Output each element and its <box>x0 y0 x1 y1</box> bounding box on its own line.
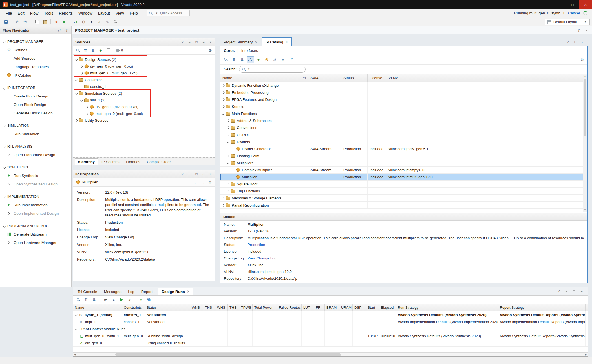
tab-reports[interactable]: Reports <box>138 288 158 295</box>
scroll-down-icon[interactable]: ▼ <box>583 208 587 212</box>
stop-button[interactable]: × <box>53 19 60 25</box>
save-button[interactable] <box>2 19 10 25</box>
hierarchy-view-button[interactable] <box>247 56 254 63</box>
catalog-row-trig-functions[interactable]: Trig Functions <box>220 188 587 195</box>
menu-view[interactable]: View <box>113 10 127 17</box>
catalog-row-kernels[interactable]: Kernels <box>220 103 587 110</box>
compare-button[interactable]: ⇄ <box>271 56 279 63</box>
flow-section-synthesis[interactable]: SYNTHESIS <box>0 163 71 171</box>
reset-runs-button[interactable]: ⇤ <box>102 296 109 303</box>
tab-tcl-console[interactable]: Tcl Console <box>74 288 101 295</box>
column-header-uram[interactable]: URAM <box>339 304 353 311</box>
back-icon[interactable]: ← <box>194 180 198 185</box>
column-header-name[interactable]: Name <box>73 304 122 311</box>
help-icon[interactable]: ? <box>556 289 561 294</box>
minimize-icon[interactable]: − <box>187 40 192 45</box>
info-button[interactable]: i <box>288 56 295 63</box>
menu-flow[interactable]: Flow <box>27 10 41 17</box>
catalog-row-divider-generator[interactable]: Divider GeneratorAXI4-StreamProductionIn… <box>220 145 587 152</box>
forward-icon[interactable]: → <box>201 180 205 185</box>
run-row-out-of-context-module-runs[interactable]: Out-of-Context Module Runs <box>73 325 588 332</box>
scrollbar-thumb[interactable] <box>584 79 586 136</box>
ip-property-value[interactable]: Production <box>105 220 211 225</box>
flow-item-generate-block-design[interactable]: Generate Block Design <box>0 109 71 117</box>
menu-file[interactable]: File <box>3 10 15 17</box>
close-icon[interactable]: × <box>584 28 589 33</box>
help-icon[interactable]: ? <box>566 40 570 44</box>
column-header-start[interactable]: Start <box>366 304 379 311</box>
column-header-wns[interactable]: WNS <box>190 304 203 311</box>
maximize-icon[interactable]: □ <box>194 40 199 45</box>
menu-reports[interactable]: Reports <box>56 10 76 17</box>
minimize-icon[interactable]: − <box>187 172 192 176</box>
scroll-up-icon[interactable]: ▲ <box>583 75 587 78</box>
detail-value[interactable]: View Change Log <box>248 256 276 260</box>
help-icon[interactable]: ? <box>64 28 69 33</box>
column-header-elapsed[interactable]: Elapsed <box>379 304 396 311</box>
help-icon[interactable]: ? <box>576 28 581 33</box>
catalog-row-cordic[interactable]: CORDIC <box>220 131 587 138</box>
help-icon[interactable]: ? <box>180 172 185 176</box>
window-close-button[interactable]: × <box>579 0 592 9</box>
column-header-license[interactable]: License <box>368 74 386 82</box>
column-header-name[interactable]: Name^1 <box>220 74 308 82</box>
maximize-icon[interactable]: □ <box>573 40 578 44</box>
run-row-div-gen-0[interactable]: ✓div_gen_0Using cached IP results <box>73 339 588 347</box>
flow-item-generate-bitstream[interactable]: Generate Bitstream <box>0 230 71 238</box>
column-header-failed-routes[interactable]: Failed Routes <box>277 304 302 311</box>
expand-all-button[interactable]: ⇊ <box>238 56 246 63</box>
catalog-row-adders-subtracters[interactable]: Adders & Subtracters <box>220 117 587 124</box>
column-header-constraints[interactable]: Constraints <box>122 304 145 311</box>
probe-button[interactable] <box>112 19 119 25</box>
vertical-scrollbar[interactable]: ▲ ▼ <box>583 75 587 212</box>
tab-close-icon[interactable]: × <box>255 40 257 45</box>
catalog-row-conversions[interactable]: Conversions <box>220 124 587 131</box>
catalog-row-math-functions[interactable]: Math Functions <box>220 110 587 117</box>
gear-icon[interactable]: ⚙ <box>208 180 212 185</box>
flow-section-ip-integrator[interactable]: IP INTEGRATOR <box>0 84 71 92</box>
flow-section-simulation[interactable]: SIMULATION <box>0 122 71 130</box>
collapse-all-button[interactable]: ⇈ <box>230 56 238 63</box>
expand-all-button[interactable]: ⇊ <box>89 47 97 54</box>
window-maximize-button[interactable]: □ <box>566 0 579 9</box>
flow-item-add-sources[interactable]: Add Sources <box>0 54 71 63</box>
subtab-interfaces[interactable]: Interfaces <box>241 48 258 53</box>
quick-access-search[interactable]: ▾ Quick Access <box>147 10 190 16</box>
redo-button[interactable]: ↷ <box>22 19 29 25</box>
sources-tab-libraries[interactable]: Libraries <box>123 158 143 165</box>
float-icon[interactable]: ⌐ <box>201 172 206 176</box>
catalog-search-input[interactable]: ▾ <box>239 66 306 73</box>
layout-selector[interactable]: Default Layout ▾ <box>545 19 590 25</box>
ip-settings-button[interactable]: ⊕ <box>279 56 287 63</box>
catalog-row-embedded-processing[interactable]: Embedded Processing <box>220 89 587 96</box>
run-row-impl-1[interactable]: ▷impl_1constrs_1Not startedVivado Implem… <box>73 318 588 325</box>
step-forward-button[interactable]: » <box>126 296 133 303</box>
flow-item-run-synthesis[interactable]: Run Synthesis <box>0 171 71 180</box>
flow-item-ip-catalog[interactable]: IP Catalog <box>0 71 71 79</box>
percent-button[interactable]: % <box>145 296 153 303</box>
sources-tab-compile-order[interactable]: Compile Order <box>144 158 174 165</box>
scrollbar-thumb[interactable] <box>115 353 341 356</box>
sources-tab-hierarchy[interactable]: Hierarchy <box>75 158 98 165</box>
close-icon[interactable]: × <box>208 40 213 45</box>
float-icon[interactable]: ⌐ <box>201 40 206 45</box>
column-header-ths[interactable]: THS <box>228 304 239 311</box>
close-icon[interactable]: × <box>208 172 213 176</box>
tree-item-mult-gen-0[interactable]: mult_gen_0 (mult_gen_0.xci) <box>73 110 215 117</box>
launch-runs-button[interactable] <box>118 296 125 303</box>
step-back-button[interactable]: « <box>110 296 117 303</box>
column-header-report-strategy[interactable]: Report Strategy <box>498 304 586 311</box>
sources-settings-button[interactable]: ⚙ <box>207 47 214 54</box>
expand-all-button[interactable]: ⇊ <box>90 296 98 303</box>
menu-tools[interactable]: Tools <box>41 10 56 17</box>
catalog-row-dividers[interactable]: Dividers <box>220 138 587 145</box>
catalog-row-square-root[interactable]: Square Root <box>220 181 587 188</box>
horizontal-scrollbar[interactable]: ◀ ▶ <box>73 352 588 356</box>
tree-item-div-gen-0[interactable]: div_gen_0 (div_gen_0.xci) <box>73 103 215 110</box>
sources-tab-ip-sources[interactable]: IP Sources <box>98 158 122 165</box>
catalog-row-multipliers[interactable]: Multipliers <box>220 159 587 167</box>
tab-close-icon[interactable]: × <box>187 289 189 294</box>
swap-icon[interactable]: ⇄ <box>57 28 62 33</box>
minimize-icon[interactable]: − <box>564 289 569 294</box>
menu-icon[interactable]: ≡ <box>50 28 55 33</box>
